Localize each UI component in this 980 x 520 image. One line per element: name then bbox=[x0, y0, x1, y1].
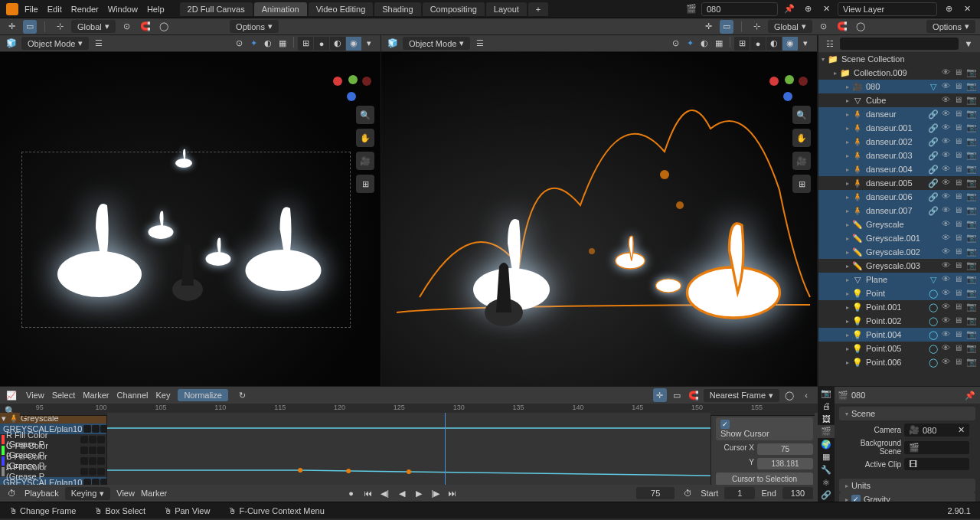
disable-icon[interactable]: 🖥 bbox=[954, 178, 965, 188]
tree-item[interactable]: ▸💡Point◯👁🖥📷 bbox=[818, 286, 980, 300]
overlay-icon[interactable]: ◐ bbox=[261, 37, 275, 51]
new-scene-icon[interactable]: ⊕ bbox=[801, 2, 815, 16]
render-icon[interactable]: 📷 bbox=[966, 81, 977, 92]
rendered-icon[interactable]: ◉ bbox=[346, 37, 361, 51]
bgscene-field[interactable]: 🎬 bbox=[904, 441, 969, 454]
rendered-icon[interactable]: ◉ bbox=[782, 37, 798, 51]
viewport-left[interactable]: 🧊 Object Mode▾ ☰ ⊙ ✦ ◐ ▦ ⊞ ● ◐ ◉ ▾ bbox=[0, 35, 381, 386]
view-layer-field[interactable]: View Layer bbox=[838, 2, 937, 16]
y-axis-icon[interactable] bbox=[785, 75, 794, 84]
cursor-tool-icon[interactable]: ✛ bbox=[653, 388, 667, 402]
disable-icon[interactable]: 🖥 bbox=[954, 123, 965, 133]
disable-icon[interactable]: 🖥 bbox=[954, 302, 965, 312]
filter-icon[interactable]: ▼ bbox=[962, 37, 975, 51]
snap-icon[interactable]: 🧲 bbox=[835, 20, 849, 34]
eye-icon[interactable]: 👁 bbox=[942, 316, 952, 326]
clip-field[interactable]: 🎞 bbox=[904, 458, 969, 470]
menu-window[interactable]: Window bbox=[108, 5, 138, 14]
disable-icon[interactable]: 🖥 bbox=[954, 205, 965, 216]
render-icon[interactable]: 📷 bbox=[966, 178, 977, 188]
options-dropdown[interactable]: Options▾ bbox=[230, 20, 279, 33]
pivot-icon[interactable]: ⊙ bbox=[817, 20, 831, 34]
mode-dropdown[interactable]: Object Mode▾ bbox=[403, 37, 470, 50]
render-icon[interactable]: 📷 bbox=[966, 191, 977, 202]
disable-icon[interactable]: 🖥 bbox=[954, 316, 965, 326]
select-box-icon[interactable]: ▭ bbox=[720, 20, 733, 34]
object-tab-icon[interactable]: ▦ bbox=[818, 450, 835, 463]
view-gizmo[interactable] bbox=[333, 61, 371, 100]
tree-item[interactable]: ▸✏️Greyscale.003👁🖥📷 bbox=[818, 259, 980, 273]
overlay-toggle-icon[interactable]: ⊙ bbox=[668, 37, 682, 51]
current-frame-field[interactable]: 75 bbox=[636, 487, 675, 499]
eye-icon[interactable]: 👁 bbox=[942, 205, 952, 216]
gizmo-toggle-icon[interactable]: ✦ bbox=[683, 37, 697, 51]
cursor-to-selection-button[interactable]: Cursor to Selection bbox=[716, 473, 813, 485]
new-layer-icon[interactable]: ⊕ bbox=[942, 2, 956, 16]
render-icon[interactable]: 📷 bbox=[966, 136, 977, 147]
graph-menu-select[interactable]: Select bbox=[52, 391, 76, 400]
z-axis-icon[interactable] bbox=[783, 92, 792, 101]
tree-item[interactable]: ▸▽Plane▽👁🖥📷 bbox=[818, 273, 980, 286]
snap-mode[interactable]: Nearest Frame▾ bbox=[704, 389, 779, 402]
render-icon[interactable]: 📷 bbox=[966, 343, 977, 354]
pan-icon[interactable]: ✋ bbox=[792, 129, 811, 147]
z-axis-icon[interactable] bbox=[347, 92, 356, 101]
tree-item[interactable]: ▸✏️Greyscale👁🖥📷 bbox=[818, 217, 980, 231]
tree-item[interactable]: ▸▽Cube👁🖥📷 bbox=[818, 93, 980, 107]
workspace-tab[interactable]: Compositing bbox=[423, 2, 485, 16]
render-icon[interactable]: 📷 bbox=[966, 67, 977, 78]
workspace-tab[interactable]: Video Editing bbox=[309, 2, 374, 16]
disable-icon[interactable]: 🖥 bbox=[954, 233, 965, 244]
pin-icon[interactable]: 📌 bbox=[963, 388, 977, 402]
render-icon[interactable]: 📷 bbox=[966, 288, 977, 299]
jump-last-icon[interactable]: ⏭ bbox=[445, 487, 460, 499]
autokey-icon[interactable]: ● bbox=[344, 487, 359, 499]
tree-item[interactable]: ▸🧍danseur.003🔗👁🖥📷 bbox=[818, 149, 980, 162]
render-icon[interactable]: 📷 bbox=[966, 233, 977, 244]
tree-item[interactable]: ▸📁Collection.009👁🖥📷 bbox=[818, 66, 980, 80]
gravity-panel[interactable]: ▸Gravity bbox=[839, 492, 975, 502]
playback-menu[interactable]: Playback bbox=[24, 489, 59, 498]
cursor-x-field[interactable]: 75 bbox=[757, 443, 813, 455]
transform-icon[interactable]: ⊹ bbox=[53, 20, 67, 34]
tree-item[interactable]: ▸🧍danseur.005🔗👁🖥📷 bbox=[818, 176, 980, 190]
orientation-dropdown[interactable]: Global▾ bbox=[768, 20, 812, 33]
wireframe-icon[interactable]: ⊞ bbox=[734, 37, 750, 51]
render-icon[interactable]: 📷 bbox=[966, 123, 977, 133]
refresh-icon[interactable]: ↻ bbox=[236, 388, 250, 402]
cursor-y-field[interactable]: 138.181 bbox=[757, 458, 813, 469]
neg-x-axis-icon[interactable] bbox=[799, 77, 808, 86]
pin-icon[interactable]: 📌 bbox=[782, 2, 796, 16]
eye-icon[interactable]: 👁 bbox=[942, 164, 952, 175]
eye-icon[interactable]: 👁 bbox=[942, 274, 952, 285]
disable-icon[interactable]: 🖥 bbox=[954, 329, 965, 340]
tree-item[interactable]: ▸💡Point.004◯👁🖥📷 bbox=[818, 328, 980, 342]
modifier-tab-icon[interactable]: 🔧 bbox=[818, 463, 835, 476]
constraint-tab-icon[interactable]: 🔗 bbox=[818, 489, 835, 502]
delete-scene-icon[interactable]: ✕ bbox=[819, 2, 833, 16]
overlay-toggle-icon[interactable]: ⊙ bbox=[232, 37, 246, 51]
eye-icon[interactable]: 👁 bbox=[942, 81, 952, 92]
menu-icon[interactable]: ☰ bbox=[473, 37, 487, 51]
graph-canvas[interactable] bbox=[107, 413, 710, 485]
camera-view-icon[interactable]: 🎥 bbox=[356, 152, 374, 170]
neg-x-axis-icon[interactable] bbox=[362, 77, 371, 86]
playhead[interactable] bbox=[445, 413, 446, 485]
normalize-button[interactable]: Normalize bbox=[178, 389, 228, 401]
x-axis-icon[interactable] bbox=[769, 77, 779, 86]
menu-file[interactable]: File bbox=[24, 5, 38, 14]
disable-icon[interactable]: 🖥 bbox=[954, 81, 965, 92]
disable-icon[interactable]: 🖥 bbox=[954, 164, 965, 175]
eye-icon[interactable]: 👁 bbox=[942, 343, 952, 354]
editor-type-icon[interactable]: 🧊 bbox=[386, 37, 400, 51]
box-icon[interactable]: ▭ bbox=[670, 388, 684, 402]
y-axis-icon[interactable] bbox=[348, 75, 358, 84]
disable-icon[interactable]: 🖥 bbox=[954, 247, 965, 257]
cursor-tool-icon[interactable]: ✛ bbox=[701, 20, 715, 34]
camera-view-icon[interactable]: 🎥 bbox=[792, 152, 811, 170]
eye-icon[interactable]: 👁 bbox=[942, 95, 952, 106]
disable-icon[interactable]: 🖥 bbox=[954, 219, 965, 230]
viewport-canvas[interactable]: 🔍 ✋ 🎥 ⊞ bbox=[0, 52, 381, 386]
tree-item[interactable]: ▸🧍danseur.002🔗👁🖥📷 bbox=[818, 135, 980, 149]
options-dropdown[interactable]: Options▾ bbox=[926, 20, 975, 33]
